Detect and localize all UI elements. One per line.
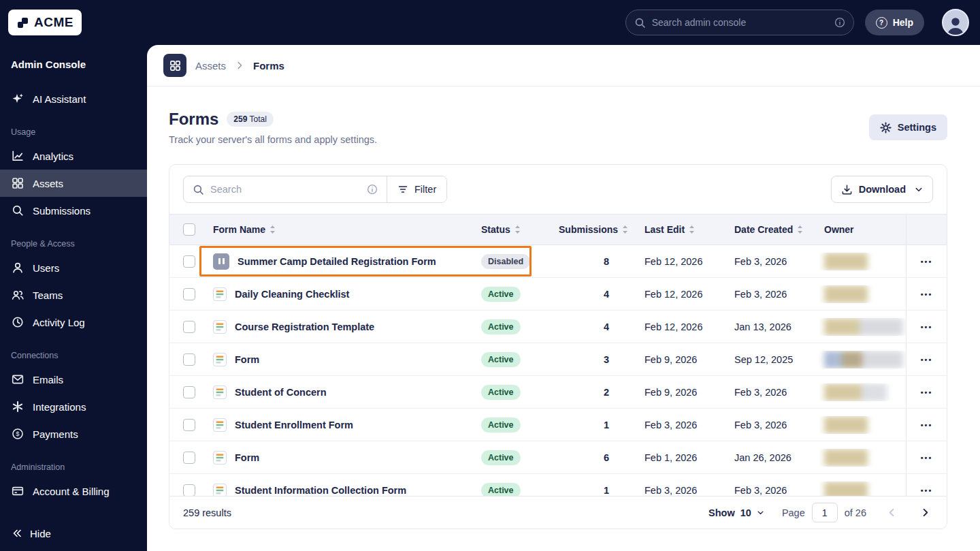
page-number-input[interactable] (812, 503, 838, 522)
column-header-owner[interactable]: Owner (819, 224, 906, 235)
table-search[interactable] (184, 176, 387, 202)
form-name-link[interactable]: Student Information Collection Form (235, 485, 406, 496)
row-actions-button[interactable]: ••• (906, 245, 947, 277)
form-document-icon (213, 451, 227, 465)
chevron-right-icon (235, 61, 244, 70)
column-header-last-edit[interactable]: Last Edit (639, 224, 729, 235)
sidebar-item-account-billing[interactable]: Account & Billing (0, 477, 147, 505)
table-row: Daily Cleaning Checklist Active 4 Feb 12… (169, 278, 947, 311)
date-created: Sep 12, 2025 (729, 354, 819, 365)
page-of-label: of 26 (845, 507, 866, 518)
sidebar-section-administration: Administration (11, 462, 136, 472)
table-search-input[interactable] (210, 184, 361, 195)
chevron-down-icon (757, 509, 764, 516)
form-name-link[interactable]: Student of Concern (235, 387, 327, 398)
row-actions-button[interactable]: ••• (906, 278, 947, 310)
filter-label: Filter (414, 184, 436, 195)
row-checkbox[interactable] (183, 386, 195, 398)
sidebar-item-submissions[interactable]: Submissions (0, 197, 147, 224)
row-actions-button[interactable]: ••• (906, 441, 947, 473)
sidebar-item-integrations[interactable]: Integrations (0, 393, 147, 420)
settings-button[interactable]: Settings (869, 114, 947, 140)
credit-card-icon (11, 485, 24, 497)
row-checkbox[interactable] (183, 321, 195, 333)
row-checkbox[interactable] (183, 288, 195, 300)
table-row: Summer Camp Detailed Registration Form D… (169, 245, 947, 278)
show-value: 10 (740, 507, 751, 518)
ellipsis-icon: ••• (921, 290, 933, 298)
sidebar-item-payments[interactable]: $ Payments (0, 420, 147, 447)
form-name-link[interactable]: Summer Camp Detailed Registration Form (238, 256, 436, 267)
sidebar-item-label: Payments (33, 428, 78, 440)
person-icon (11, 262, 24, 274)
row-checkbox[interactable] (183, 353, 195, 366)
next-page-button[interactable] (917, 505, 933, 520)
logo-text: ACME (34, 15, 74, 30)
filter-button[interactable]: Filter (387, 176, 446, 202)
row-checkbox[interactable] (183, 452, 195, 464)
sidebar-hide-button[interactable]: Hide (0, 516, 147, 551)
status-badge: Active (481, 319, 521, 334)
sidebar-item-analytics[interactable]: Analytics (0, 142, 147, 170)
form-name-link[interactable]: Course Registration Template (235, 321, 374, 332)
sidebar-section-connections: Connections (11, 351, 136, 360)
ellipsis-icon: ••• (921, 356, 933, 364)
sidebar-item-activity-log[interactable]: Activity Log (0, 309, 147, 336)
form-name-link[interactable]: Student Enrollment Form (235, 420, 353, 430)
ellipsis-icon: ••• (921, 454, 933, 462)
sidebar-item-users[interactable]: Users (0, 254, 147, 281)
acme-logo[interactable]: ACME (8, 10, 82, 35)
last-edit-date: Feb 12, 2026 (639, 321, 729, 332)
form-name-link[interactable]: Form (235, 354, 259, 365)
breadcrumb: Assets Forms (147, 45, 980, 86)
forms-table-card: Filter Download Form Name (169, 164, 947, 529)
form-document-icon (213, 287, 227, 301)
download-button[interactable]: Download (831, 176, 933, 203)
sidebar-item-emails[interactable]: Emails (0, 366, 147, 393)
sidebar-item-ai-assistant[interactable]: AI Assistant (0, 85, 147, 112)
submissions-count: 4 (552, 321, 639, 332)
sidebar-item-label: Account & Billing (33, 486, 110, 497)
double-chevron-left-icon (12, 528, 22, 539)
admin-console-search[interactable] (625, 10, 854, 35)
row-actions-button[interactable]: ••• (906, 474, 947, 496)
info-circle-icon (834, 17, 845, 28)
form-name-link[interactable]: Form (235, 452, 259, 463)
column-header-form-name[interactable]: Form Name (208, 224, 474, 235)
row-checkbox[interactable] (183, 419, 195, 431)
column-label: Submissions (559, 224, 618, 235)
owner-redacted-avatar (824, 351, 903, 368)
row-checkbox[interactable] (183, 484, 195, 497)
select-all-checkbox[interactable] (183, 223, 195, 236)
ellipsis-icon: ••• (921, 257, 933, 266)
magnifier-icon (11, 204, 24, 217)
row-checkbox[interactable] (183, 255, 195, 268)
sidebar-section-people-access: People & Access (11, 239, 136, 249)
column-header-status[interactable]: Status (474, 224, 552, 235)
column-header-date-created[interactable]: Date Created (729, 224, 804, 235)
user-avatar[interactable] (942, 9, 969, 36)
sidebar-item-label: Assets (33, 178, 63, 189)
status-badge: Active (481, 450, 521, 465)
row-actions-button[interactable]: ••• (906, 376, 947, 408)
breadcrumb-current: Forms (253, 60, 284, 72)
help-button[interactable]: ? Help (865, 10, 924, 35)
column-header-submissions[interactable]: Submissions (552, 224, 639, 235)
page-size-select[interactable]: Show 10 (708, 507, 764, 518)
row-actions-button[interactable]: ••• (906, 343, 947, 375)
sidebar-item-teams[interactable]: Teams (0, 281, 147, 309)
column-label: Owner (824, 224, 854, 235)
date-created: Feb 3, 2026 (729, 485, 819, 496)
date-created: Feb 3, 2026 (729, 387, 819, 398)
form-document-icon (213, 418, 227, 432)
owner-redacted-avatar (824, 449, 868, 467)
sort-arrows-icon (270, 225, 276, 234)
form-document-icon (213, 385, 227, 399)
breadcrumb-assets-link[interactable]: Assets (195, 60, 226, 72)
row-actions-button[interactable]: ••• (906, 311, 947, 343)
row-actions-button[interactable]: ••• (906, 409, 947, 441)
admin-search-input[interactable] (652, 17, 828, 28)
sidebar-item-assets[interactable]: Assets (0, 170, 147, 197)
previous-page-button[interactable] (884, 505, 900, 520)
form-name-link[interactable]: Daily Cleaning Checklist (235, 289, 349, 300)
